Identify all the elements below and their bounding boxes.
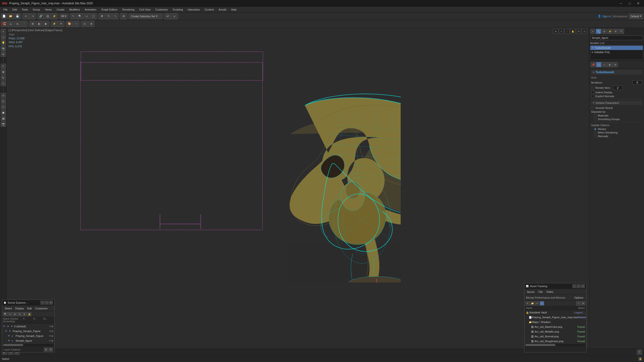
se-highlight-icon[interactable]: ✦ <box>8 312 12 316</box>
scene-item-seraph-figure[interactable]: 👁 ■ Seraph_figure ❄ ◐ <box>2 338 54 343</box>
at-settings-icon[interactable]: ⚙ <box>581 301 585 306</box>
helpers-button[interactable]: ✢ <box>1 52 6 57</box>
asset-tracking-maximize-button[interactable]: □ <box>577 284 580 288</box>
minimize-button[interactable]: ─ <box>617 0 625 7</box>
menu-item-group[interactable]: Group <box>30 7 42 12</box>
modifier-item-editable-poly[interactable]: ▶ Editable Poly <box>590 50 643 54</box>
menu-item-file[interactable]: File <box>1 7 10 12</box>
scene-explorer-scrollbar[interactable] <box>3 344 54 346</box>
se-footer-icon-1[interactable]: ⊞ <box>44 348 48 352</box>
iterations-input[interactable] <box>632 80 642 85</box>
asset-tracking-minimize-button[interactable]: ─ <box>572 284 576 288</box>
remove-modifier-icon[interactable]: 🗑 <box>607 62 612 67</box>
lights-button[interactable]: 💡 <box>1 40 6 45</box>
at-refresh-icon[interactable]: ↻ <box>526 301 530 306</box>
asset-tracking-close-button[interactable]: ✕ <box>581 284 585 288</box>
render-iters-checkbox[interactable]: ✓ <box>591 86 594 89</box>
sign-in-button[interactable]: Sign In <box>602 15 611 18</box>
auto-grid-button[interactable]: ⊕ <box>88 21 94 27</box>
at-item-autodesk-vault[interactable]: 🔒 Autodesk Vault Logged... <box>524 310 586 315</box>
display-button[interactable]: ⊞ <box>30 21 36 27</box>
se-lock-icon[interactable]: 🔒 <box>27 312 31 316</box>
at-browse-icon[interactable]: 📂 <box>530 301 534 306</box>
scene-item-default-layer[interactable]: 👁 ▼ ▼ 0 (default) ❄ ◐ <box>2 324 54 329</box>
configure-modifier-sets-icon[interactable]: ⚙ <box>613 62 618 67</box>
se-edit-menu[interactable]: Edit <box>26 307 33 310</box>
render-iters-input[interactable] <box>613 86 623 90</box>
turbosmooth-header[interactable]: ▼ TurboSmooth <box>591 70 642 75</box>
workspaces-dropdown[interactable]: Default ▾ <box>629 14 643 19</box>
undo-button[interactable]: ↩ <box>23 13 29 19</box>
status-lock-button[interactable]: 🔒 <box>638 357 642 361</box>
se-collapse-icon[interactable]: ⊟ <box>18 312 22 316</box>
rotate-left-button[interactable]: ↻ <box>1 75 6 80</box>
manually-radio-button[interactable] <box>594 135 596 137</box>
unlink-button[interactable]: ⛓ <box>44 13 51 19</box>
at-active-icon[interactable]: ⊙ <box>540 301 544 306</box>
percent-snap-button[interactable]: % <box>14 21 20 27</box>
always-radio-button[interactable] <box>594 128 596 130</box>
menu-item-rendering[interactable]: Rendering <box>120 7 137 12</box>
layer-left-button[interactable]: ≡ <box>1 93 6 98</box>
scale-button[interactable]: ⤡ <box>112 13 118 19</box>
spinner-snap-button[interactable]: ⋮ <box>21 21 27 27</box>
link-button[interactable]: 🔗 <box>38 13 44 19</box>
hierarchy-panel-icon[interactable]: ⊛ <box>602 29 607 34</box>
menu-item-interactive[interactable]: Interactive <box>185 7 202 12</box>
show-end-result-icon[interactable]: ⊙ <box>596 62 601 67</box>
zoom-extents-button[interactable]: ⊕ <box>553 29 558 34</box>
reference-coordinate-button[interactable]: ⊕ <box>120 13 127 19</box>
new-file-button[interactable]: 📄 <box>1 13 7 19</box>
at-strip-path-icon[interactable]: ✂ <box>535 301 539 306</box>
menu-item-customize[interactable]: Customize <box>153 7 170 12</box>
pin-stack-icon[interactable]: 📌 <box>590 62 596 67</box>
field-of-view-button[interactable]: ◎ <box>582 29 587 34</box>
select-left-button[interactable]: ↖ <box>1 64 6 69</box>
menu-item-arnold[interactable]: Arnold <box>216 7 229 12</box>
menu-item-content[interactable]: Content <box>202 7 216 12</box>
smooth-result-checkbox[interactable]: ✓ <box>591 106 594 109</box>
orbit-button[interactable]: ↺ <box>576 29 581 34</box>
scene-explorer-close-button[interactable]: ✕ <box>49 301 53 305</box>
snapshot-button[interactable]: 📸 <box>1 122 6 127</box>
menu-item-modifiers[interactable]: Modifiers <box>67 7 82 12</box>
smoothing-groups-radio-button[interactable] <box>594 118 596 120</box>
move-button[interactable]: ✚ <box>99 13 105 19</box>
window-crossing-button[interactable]: ▢ <box>90 13 96 19</box>
shaded-toggle-button[interactable]: ⬢ <box>1 110 6 115</box>
zoom-in-button[interactable]: + <box>559 29 564 34</box>
at-options-button[interactable]: Options <box>573 296 585 300</box>
menu-item-animation[interactable]: Animation <box>82 7 99 12</box>
menu-item-tools[interactable]: Tools <box>20 7 30 12</box>
select-by-name-button[interactable]: 🔍 <box>77 13 83 19</box>
maximize-button[interactable]: □ <box>626 0 634 7</box>
modifier-item-turbosmooth[interactable]: 👁 TurboSmooth <box>590 46 643 50</box>
redo-button[interactable]: ↪ <box>30 13 36 19</box>
menu-item-create[interactable]: Create <box>54 7 67 12</box>
quick-render-button[interactable]: ⚡ <box>51 21 58 27</box>
xview-button[interactable]: X <box>82 21 88 27</box>
align-button[interactable]: ≡ <box>171 13 178 19</box>
wire-toggle-button[interactable]: ⬡ <box>1 104 6 110</box>
se-expand-icon[interactable]: ⊞ <box>13 312 17 316</box>
snap-toggle-button[interactable]: 🧲 <box>1 21 7 27</box>
scene-item-praying-seraph-child[interactable]: 👁 ■ Praying_Seraph_Figure ❄ ◐ <box>2 334 54 338</box>
texture-toggle-button[interactable]: ▦ <box>1 116 6 121</box>
bind-space-button[interactable]: ⚡ <box>51 13 58 19</box>
rotate-button[interactable]: ↻ <box>106 13 112 19</box>
material-editor-button[interactable]: 🎨 <box>66 21 72 27</box>
rect-select-button[interactable]: ▭ <box>84 13 90 19</box>
at-item-normal[interactable]: 🖼 Arc_old_Normal.png Found <box>524 334 586 339</box>
at-paths-menu[interactable]: Paths <box>545 290 555 294</box>
render-setup-button[interactable]: ◐ <box>36 21 42 27</box>
make-unique-icon[interactable]: ◇ <box>602 62 607 67</box>
se-display-menu[interactable]: Display <box>14 307 26 310</box>
angle-snap-button[interactable]: ∠ <box>8 21 14 27</box>
menu-item-graph-editors[interactable]: Graph Editors <box>99 7 120 12</box>
scene-explorer-maximize-button[interactable]: □ <box>45 301 48 305</box>
select-status-item[interactable]: Select <box>2 358 9 360</box>
at-item-metallic[interactable]: 🖼 Arc_old_Metallic.png Found <box>524 329 586 334</box>
modify-panel-icon[interactable]: 🔧 <box>596 29 601 34</box>
mirror-button[interactable]: ⇌ <box>164 13 171 19</box>
at-file-menu[interactable]: File <box>537 290 544 294</box>
